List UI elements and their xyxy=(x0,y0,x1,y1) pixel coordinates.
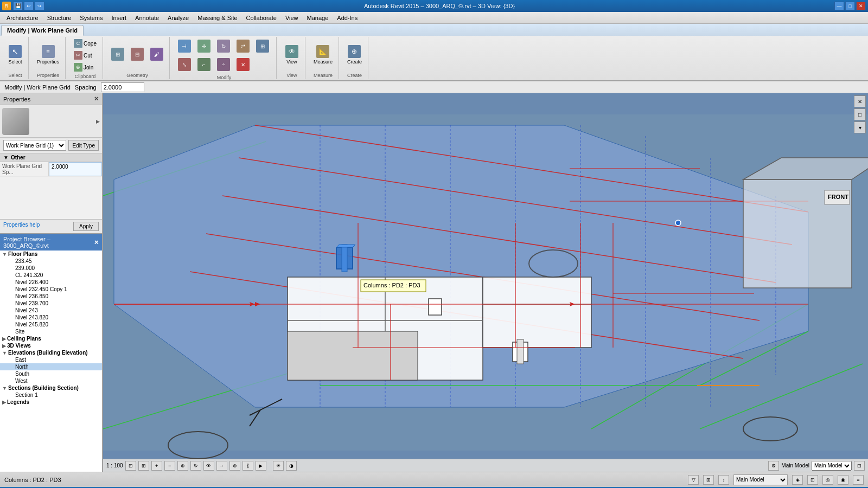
tree-item[interactable]: Nivel 226.400 xyxy=(0,279,102,286)
model-settings-btn[interactable]: ⚙ xyxy=(768,461,779,471)
move-btn[interactable]: ✛ xyxy=(195,38,213,55)
tree-item[interactable]: Nivel 236.850 xyxy=(0,293,102,300)
vp-options-btn[interactable]: ▾ xyxy=(854,121,866,133)
status-reveal-hidden-btn[interactable]: ◉ xyxy=(838,475,848,485)
model-dropdown[interactable]: Main Model xyxy=(812,461,852,471)
maximize-button[interactable]: □ xyxy=(845,2,855,10)
browser-close-icon[interactable]: ✕ xyxy=(94,239,99,246)
vp-shadow[interactable]: ◑ xyxy=(286,461,297,471)
vp-zoom-region[interactable]: ⊡ xyxy=(125,461,136,471)
tree-item[interactable]: Nivel 243.820 xyxy=(0,314,102,321)
viewport[interactable]: Columns : PD2 : PD3 FRONT xyxy=(103,93,868,472)
cut-btn[interactable]: ✂ Cut xyxy=(71,50,99,61)
tree-item[interactable]: ▼Elevations (Building Elevation) xyxy=(0,349,102,356)
tree-item-label: Site xyxy=(15,329,24,335)
tree-item[interactable]: Nivel 245.820 xyxy=(0,321,102,328)
vp-close-btn[interactable]: ✕ xyxy=(854,95,866,107)
menu-annotate[interactable]: Annotate xyxy=(131,12,163,23)
mirror-btn[interactable]: ⇌ xyxy=(234,38,252,55)
menu-architecture[interactable]: Architecture xyxy=(2,12,43,23)
status-workset-btn[interactable]: ⊞ xyxy=(703,475,714,485)
trim-btn[interactable]: ⌐ xyxy=(195,56,213,74)
tree-item[interactable]: ▶Ceiling Plans xyxy=(0,335,102,342)
menu-collaborate[interactable]: Collaborate xyxy=(242,12,281,23)
menu-analyze[interactable]: Analyze xyxy=(163,12,193,23)
spacing-input[interactable] xyxy=(101,82,144,92)
quick-access-save[interactable]: 💾 xyxy=(13,2,23,10)
vp-pan[interactable]: ⊕ xyxy=(177,461,188,471)
tree-item[interactable]: North xyxy=(0,363,102,370)
minimize-button[interactable]: — xyxy=(834,2,844,10)
menu-massing[interactable]: Massing & Site xyxy=(193,12,241,23)
tree-item[interactable]: ▼Floor Plans xyxy=(0,251,102,258)
tab-modify-work-plane-grid[interactable]: Modify | Work Plane Grid xyxy=(1,25,84,36)
cut-geometry-btn[interactable]: ⊟ xyxy=(128,46,146,63)
edit-type-btn[interactable]: Edit Type xyxy=(68,140,99,151)
vp-zoom-fit[interactable]: ⊞ xyxy=(138,461,149,471)
array-btn[interactable]: ⊞ xyxy=(253,38,272,55)
split-btn[interactable]: ÷ xyxy=(214,56,233,74)
cope-btn[interactable]: C Cope xyxy=(71,38,99,49)
status-display-btn[interactable]: ⊡ xyxy=(807,475,818,485)
properties-close-icon[interactable]: ✕ xyxy=(94,95,99,102)
vp-rewind[interactable]: ⟪ xyxy=(242,461,253,471)
properties-help-link[interactable]: Properties help xyxy=(3,222,40,231)
vp-look-around[interactable]: 👁 xyxy=(203,461,214,471)
measure-btn[interactable]: 📐 Measure xyxy=(311,43,335,66)
status-sync-btn[interactable]: ↕ xyxy=(718,475,729,485)
status-filter-btn[interactable]: ▽ xyxy=(688,475,699,485)
vp-zoom-in[interactable]: + xyxy=(151,461,162,471)
scale-btn[interactable]: ⤡ xyxy=(175,56,194,74)
quick-access-redo[interactable]: ↪ xyxy=(35,2,44,10)
apply-btn[interactable]: Apply xyxy=(73,222,99,231)
tree-item[interactable]: Site xyxy=(0,328,102,335)
menu-structure[interactable]: Structure xyxy=(43,12,76,23)
menu-manage[interactable]: Manage xyxy=(303,12,333,23)
rotate-btn[interactable]: ↻ xyxy=(214,38,233,55)
join-geometry-btn[interactable]: ⊞ xyxy=(108,46,127,63)
type-dropdown[interactable]: Work Plane Grid (1) xyxy=(3,140,66,151)
vp-walk[interactable]: → xyxy=(216,461,227,471)
tree-item[interactable]: Nivel 239.700 xyxy=(0,300,102,307)
view-btn[interactable]: 👁 View xyxy=(282,43,302,66)
join-btn[interactable]: ⊕ Join xyxy=(71,62,99,73)
tree-item[interactable]: ▶Legends xyxy=(0,399,102,406)
close-button[interactable]: ✕ xyxy=(856,2,866,10)
vp-maximize-btn[interactable]: □ xyxy=(854,108,866,120)
create-btn[interactable]: ⊕ Create xyxy=(344,43,365,66)
paint-btn[interactable]: 🖌 xyxy=(148,46,166,63)
menu-addins[interactable]: Add-Ins xyxy=(333,12,362,23)
vp-replay[interactable]: ▶ xyxy=(256,461,266,471)
active-workset-select[interactable]: Main Model xyxy=(733,474,788,485)
tree-item[interactable]: 233.45 xyxy=(0,258,102,265)
prop-value-spacing[interactable]: 2.0000 xyxy=(49,162,102,176)
status-analyze-btn[interactable]: ≡ xyxy=(853,475,864,485)
status-temporary-hide-btn[interactable]: ◎ xyxy=(822,475,833,485)
align-btn[interactable]: ⊣ xyxy=(175,38,194,55)
tree-item[interactable]: West xyxy=(0,377,102,384)
status-design-options-btn[interactable]: ◈ xyxy=(792,475,803,485)
tree-item[interactable]: Nivel 232.450 Copy 1 xyxy=(0,286,102,293)
properties-btn[interactable]: ≡ Properties xyxy=(34,43,62,66)
vp-zoom-out[interactable]: − xyxy=(164,461,175,471)
modify-btn[interactable]: ↖ Select xyxy=(5,43,25,66)
vp-orbit[interactable]: ↻ xyxy=(190,461,201,471)
menu-view[interactable]: View xyxy=(281,12,303,23)
tree-item[interactable]: ▶3D Views xyxy=(0,342,102,349)
vp-crop[interactable]: ⊡ xyxy=(854,461,865,471)
menu-insert[interactable]: Insert xyxy=(107,12,131,23)
quick-access-undo[interactable]: ↩ xyxy=(24,2,34,10)
tree-item[interactable]: South xyxy=(0,370,102,377)
ribbon-group-measure: 📐 Measure Measure xyxy=(308,37,339,79)
tree-item[interactable]: Section 1 xyxy=(0,391,102,399)
statusbar: Columns : PD2 : PD3 ▽ ⊞ ↕ Main Model ◈ ⊡… xyxy=(0,472,868,487)
vp-sun-path[interactable]: ☀ xyxy=(273,461,284,471)
delete-btn[interactable]: ✕ xyxy=(234,56,252,74)
tree-item[interactable]: CL 241.320 xyxy=(0,272,102,279)
tree-item[interactable]: 239.000 xyxy=(0,265,102,272)
tree-item[interactable]: Nivel 243 xyxy=(0,307,102,314)
tree-item[interactable]: ▼Sections (Building Section) xyxy=(0,384,102,391)
tree-item[interactable]: East xyxy=(0,356,102,363)
vp-steer[interactable]: ⊚ xyxy=(229,461,240,471)
menu-systems[interactable]: Systems xyxy=(75,12,107,23)
